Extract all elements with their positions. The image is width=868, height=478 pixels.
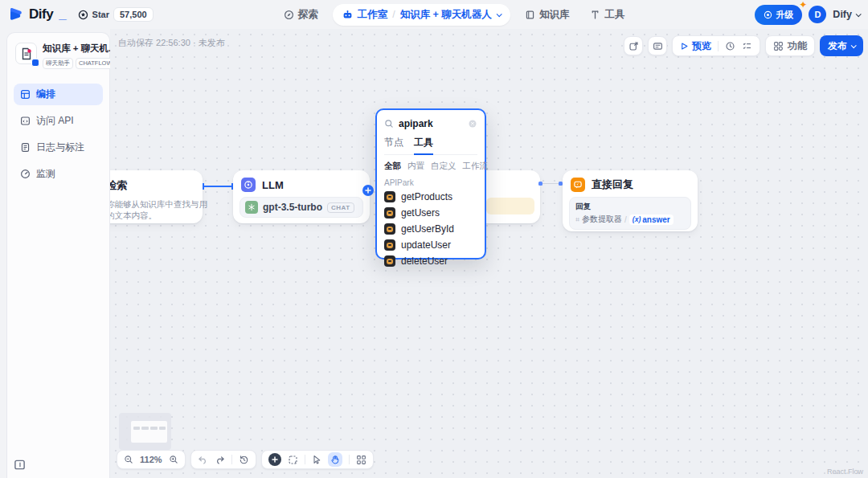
app-icon xyxy=(15,43,37,64)
redo-button[interactable] xyxy=(215,455,225,465)
nav-studio-breadcrumb[interactable]: 工作室 / 知识库 + 聊天机器人 xyxy=(333,4,510,26)
popup-tabs: 节点 工具 xyxy=(384,136,477,155)
tool-item[interactable]: getUserById xyxy=(384,221,477,237)
account-menu[interactable]: Dify xyxy=(833,9,860,20)
tool-item[interactable]: getProducts xyxy=(384,189,477,205)
nav-knowledge-label: 知识库 xyxy=(539,8,570,22)
run-history-button[interactable] xyxy=(725,41,735,51)
node-memory-bar xyxy=(486,198,534,214)
blocks-icon xyxy=(773,41,784,51)
nav-explore-label: 探索 xyxy=(298,8,318,22)
node-direct-answer[interactable]: 直接回复 回复 ⌗ 参数提取器 / (x) answer xyxy=(563,170,698,231)
sidebar-item-monitoring[interactable]: 监测 xyxy=(14,163,103,185)
header-left: Dify_ Star 57,500 xyxy=(8,6,154,22)
nav-knowledge[interactable]: 知识库 xyxy=(518,4,576,26)
model-selector[interactable]: gpt-3.5-turbo CHAT xyxy=(240,197,363,218)
node-knowledge-retrieval[interactable]: 检索 你能够从知识库中查找与用 的文本内容。 xyxy=(110,170,203,223)
zoom-level[interactable]: 112% xyxy=(140,455,162,464)
llm-icon xyxy=(241,178,256,192)
answer-icon xyxy=(571,178,585,192)
block-search-popup: apipark 节点 工具 全部 内置 自定义 工作流 APIPark getP… xyxy=(375,108,486,259)
minimap[interactable] xyxy=(119,413,171,450)
answer-section-label: 回复 xyxy=(575,202,685,212)
plus-icon xyxy=(365,187,371,194)
preview-button[interactable]: 预览 xyxy=(680,39,711,53)
collapse-sidebar-button[interactable] xyxy=(14,459,28,473)
filter-workflow[interactable]: 工作流 xyxy=(463,161,489,172)
organize-blocks-button[interactable] xyxy=(356,455,366,465)
add-next-node-button[interactable] xyxy=(362,185,374,196)
hand-icon xyxy=(330,455,340,464)
tool-item[interactable]: getUsers xyxy=(384,205,477,221)
grid-icon xyxy=(20,89,31,100)
filter-all[interactable]: 全部 xyxy=(384,161,401,172)
edge-extractor-to-answer xyxy=(538,181,563,186)
app-root: Dify_ Star 57,500 探索 工作室 xyxy=(0,0,868,478)
variable-type-icon: (x) xyxy=(633,215,641,223)
sidebar-item-label: 监测 xyxy=(36,167,55,181)
variable-chip[interactable]: (x) answer xyxy=(629,214,674,225)
node-llm[interactable]: LLM gpt-3.5-turbo CHAT xyxy=(233,170,370,223)
chevron-down-icon xyxy=(851,43,857,48)
sidebar-menu: 编排 访问 API 日志与标注 监测 xyxy=(14,84,103,185)
search-input[interactable]: apipark xyxy=(399,118,463,129)
edit-workflow-button[interactable] xyxy=(624,36,643,55)
clear-search-icon[interactable] xyxy=(468,119,477,129)
embed-button[interactable] xyxy=(648,36,667,55)
tab-nodes[interactable]: 节点 xyxy=(384,136,403,154)
account-name: Dify xyxy=(833,9,852,20)
star-count: 57,500 xyxy=(113,7,154,22)
play-icon xyxy=(680,42,689,51)
undo-button[interactable] xyxy=(198,455,208,465)
variable-source: 参数提取器 xyxy=(582,214,622,225)
add-block-button[interactable] xyxy=(268,453,281,466)
nav-tools[interactable]: 工具 xyxy=(583,4,631,26)
sidebar-item-logs[interactable]: 日志与标注 xyxy=(14,137,103,158)
view-history-button[interactable] xyxy=(239,455,249,465)
zoom-out-button[interactable] xyxy=(124,455,133,464)
search-bar[interactable]: apipark xyxy=(384,116,477,132)
dify-logo-icon xyxy=(8,6,24,22)
minimap-viewport[interactable] xyxy=(131,421,167,443)
app-switcher[interactable]: 知识库 + 聊天机... 聊天助手 CHATFLOW xyxy=(14,41,103,77)
nav-explore[interactable]: 探索 xyxy=(277,4,325,26)
sidebar-item-api-access[interactable]: 访问 API xyxy=(14,110,103,132)
github-star-widget[interactable]: Star 57,500 xyxy=(78,7,154,22)
preview-group: 预览 xyxy=(672,35,760,56)
filter-custom[interactable]: 自定义 xyxy=(431,161,457,172)
compass-icon xyxy=(284,10,294,20)
checklist-button[interactable] xyxy=(742,41,752,51)
dify-logo[interactable]: Dify_ xyxy=(8,6,67,22)
publish-label: 发布 xyxy=(828,39,847,53)
features-button[interactable]: 功能 xyxy=(765,35,815,56)
wrench-icon xyxy=(590,10,600,20)
upgrade-button[interactable]: 升级 ✦ xyxy=(755,5,802,25)
answer-variable-panel: 回复 ⌗ 参数提取器 / (x) answer xyxy=(569,197,691,230)
filter-builtin[interactable]: 内置 xyxy=(407,161,424,172)
workflow-canvas[interactable]: 自动保存 22:56:30 · 未发布 预览 xyxy=(110,29,868,478)
zoom-in-button[interactable] xyxy=(169,455,178,464)
avatar[interactable]: D xyxy=(809,6,826,23)
tool-item[interactable]: deleteUser xyxy=(384,253,477,269)
embed-icon xyxy=(653,41,663,51)
top-header: Dify_ Star 57,500 探索 工作室 xyxy=(0,0,868,29)
minimap-node xyxy=(133,427,140,430)
publish-button[interactable]: 发布 xyxy=(820,35,863,56)
app-title: 知识库 + 聊天机... xyxy=(43,43,117,55)
arrow-out-icon xyxy=(628,41,639,51)
node-description: 你能够从知识库中查找与用 的文本内容。 xyxy=(110,198,194,221)
sidebar-item-orchestrate[interactable]: 编排 xyxy=(14,84,103,105)
extractor-mini-icon: ⌗ xyxy=(575,215,579,224)
code-window-icon xyxy=(20,116,31,126)
tool-item[interactable]: updateUser xyxy=(384,237,477,253)
add-note-button[interactable] xyxy=(288,455,298,465)
variable-separator: / xyxy=(624,215,627,224)
hand-mode-button[interactable] xyxy=(328,452,342,467)
chevron-down-icon xyxy=(856,11,862,17)
pointer-mode-button[interactable] xyxy=(312,455,321,464)
node-title: 直接回复 xyxy=(592,178,633,192)
react-flow-attribution[interactable]: React Flow xyxy=(827,468,863,476)
control-mode-controls xyxy=(261,450,374,469)
sparkle-icon: ✦ xyxy=(799,0,807,10)
tab-tools[interactable]: 工具 xyxy=(414,136,433,155)
